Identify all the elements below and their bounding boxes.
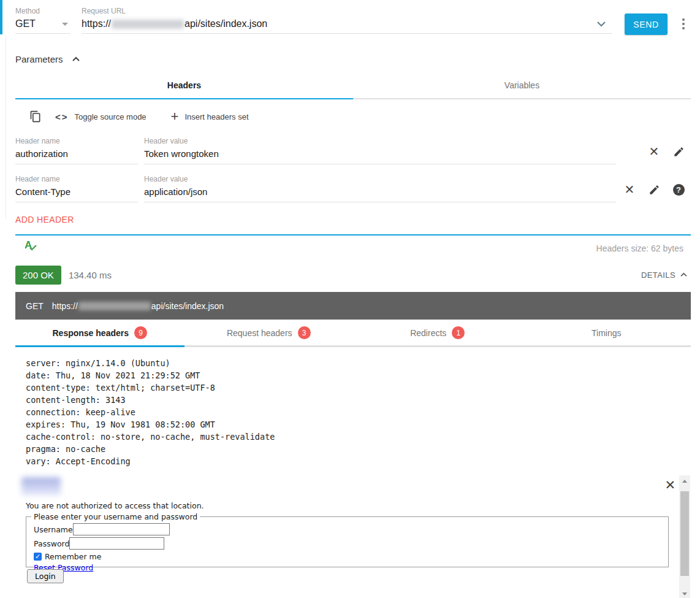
code-icon: <>	[55, 112, 69, 122]
username-label: Username	[34, 525, 73, 534]
username-field[interactable]	[73, 523, 170, 535]
login-button[interactable]: Login	[27, 569, 64, 583]
toggle-source-mode-label: Toggle source mode	[75, 112, 146, 121]
method-dropdown-icon	[62, 23, 68, 26]
url-prefix: https://	[82, 18, 111, 29]
request-summary-bar: GET https://api/sites/index.json	[15, 292, 691, 320]
tab-timings[interactable]: Timings	[522, 320, 691, 347]
parameters-title: Parameters	[15, 54, 63, 64]
scroll-down-icon[interactable]	[679, 589, 690, 598]
remove-header-button[interactable]: ✕	[617, 182, 642, 197]
login-legend: Please enter your username and password	[31, 512, 200, 521]
header-name-label: Header name	[15, 136, 138, 146]
tab-label: Redirects	[410, 328, 446, 338]
chevron-up-icon	[72, 56, 80, 62]
header-name-input[interactable]: Header name authorization	[15, 136, 138, 164]
edit-header-button[interactable]	[666, 144, 691, 159]
edit-header-button[interactable]	[642, 182, 666, 197]
status-badge: 200 OK	[15, 266, 61, 285]
check-icon	[29, 245, 37, 251]
pencil-icon	[673, 146, 685, 158]
parameters-tabs: Headers Variables	[15, 73, 691, 99]
password-field[interactable]	[69, 537, 164, 550]
send-button[interactable]: SEND	[625, 13, 668, 35]
count-badge: 1	[452, 326, 465, 339]
request-accent-bar	[0, 0, 2, 34]
spellcheck-toggle[interactable]: A	[25, 239, 40, 251]
header-row: Header name authorization Header value T…	[0, 126, 700, 164]
tab-variables[interactable]: Variables	[353, 73, 691, 99]
request-editor: Method GET Request URL https://api/sites…	[0, 0, 700, 35]
url-history-toggle[interactable]	[596, 18, 606, 29]
headers-toolbar: <> Toggle source mode + Insert headers s…	[0, 99, 700, 126]
tab-response-headers[interactable]: Response headers 9	[15, 320, 185, 347]
headers-size-text: Headers size: 62 bytes	[596, 239, 683, 253]
remove-header-button[interactable]: ✕	[642, 144, 666, 159]
copy-button[interactable]	[26, 108, 45, 125]
response-status-row: 200 OK 134.40 ms DETAILS	[0, 259, 700, 286]
details-label: DETAILS	[641, 270, 675, 280]
remember-me-label: Remember me	[45, 552, 101, 561]
rest-client-window: Method GET Request URL https://api/sites…	[0, 0, 700, 598]
header-name-input[interactable]: Header name Content-Type	[15, 174, 138, 202]
request-url-input[interactable]: Request URL https://api/sites/index.json	[82, 6, 612, 34]
count-badge: 9	[134, 326, 147, 339]
toggle-source-mode-button[interactable]: <> Toggle source mode	[51, 109, 150, 125]
help-icon: ?	[673, 184, 685, 196]
headers-meta-row: A Headers size: 62 bytes	[0, 236, 700, 259]
header-name-label: Header name	[15, 174, 138, 184]
more-options-menu-icon[interactable]	[681, 17, 686, 31]
add-header-button[interactable]: ADD HEADER	[0, 202, 86, 234]
tab-headers[interactable]: Headers	[15, 73, 353, 99]
redacted-site-name	[21, 477, 61, 496]
parameters-toggle[interactable]: Parameters	[0, 35, 700, 67]
scroll-up-icon[interactable]	[679, 477, 690, 485]
insert-headers-set-label: Insert headers set	[185, 112, 248, 121]
chevron-up-icon	[680, 272, 688, 277]
tab-label: Request headers	[227, 328, 292, 338]
header-value-input[interactable]: Header value Token wrongtoken	[144, 136, 616, 164]
tab-redirects[interactable]: Redirects 1	[353, 320, 522, 347]
tab-label: Timings	[592, 328, 622, 338]
scrollbar-thumb[interactable]	[680, 491, 689, 576]
header-row: Header name Content-Type Header value ap…	[0, 164, 700, 202]
url-suffix: api/sites/index.json	[185, 18, 267, 29]
password-label: Password	[34, 539, 69, 548]
close-icon: ✕	[649, 145, 660, 158]
close-icon[interactable]: ✕	[664, 479, 675, 491]
method-value: GET	[15, 18, 36, 29]
close-icon: ✕	[625, 183, 635, 196]
header-help-button[interactable]: ?	[666, 182, 691, 197]
count-badge: 3	[298, 326, 311, 339]
preview-scrollbar[interactable]	[679, 475, 690, 598]
response-headers-text: server: nginx/1.14.0 (Ubuntu) date: Thu,…	[26, 357, 700, 467]
redacted-url-segment	[78, 302, 151, 310]
header-value-value: Token wrongtoken	[144, 148, 616, 159]
method-label: Method	[15, 6, 70, 16]
method-select[interactable]: Method GET	[15, 6, 70, 34]
plus-icon: +	[171, 111, 179, 122]
request-method: GET	[26, 301, 44, 311]
request-url-suffix: api/sites/index.json	[151, 301, 224, 311]
request-url-label: Request URL	[82, 6, 612, 16]
response-tabs: Response headers 9 Request headers 3 Red…	[15, 320, 691, 347]
remember-me-checkbox[interactable]: ✓	[34, 553, 42, 561]
response-time: 134.40 ms	[69, 270, 112, 280]
response-body-preview: You are not authorized to access that lo…	[0, 474, 700, 598]
unauthorized-message: You are not authorized to access that lo…	[26, 501, 204, 510]
pencil-icon	[649, 184, 660, 196]
login-fieldset: Please enter your username and password …	[26, 512, 669, 567]
details-toggle[interactable]: DETAILS	[641, 270, 688, 280]
tab-request-headers[interactable]: Request headers 3	[185, 320, 354, 347]
request-url-prefix: https://	[52, 301, 78, 311]
panel-edge	[6, 35, 6, 219]
insert-headers-set-button[interactable]: + Insert headers set	[167, 109, 253, 125]
header-name-value: authorization	[15, 148, 138, 159]
header-value-value: application/json	[144, 186, 616, 197]
header-value-label: Header value	[144, 136, 616, 146]
redacted-url-segment	[112, 20, 184, 29]
header-value-label: Header value	[144, 174, 616, 184]
copy-icon	[29, 110, 42, 123]
tab-label: Response headers	[53, 328, 129, 338]
header-value-input[interactable]: Header value application/json	[144, 174, 616, 202]
